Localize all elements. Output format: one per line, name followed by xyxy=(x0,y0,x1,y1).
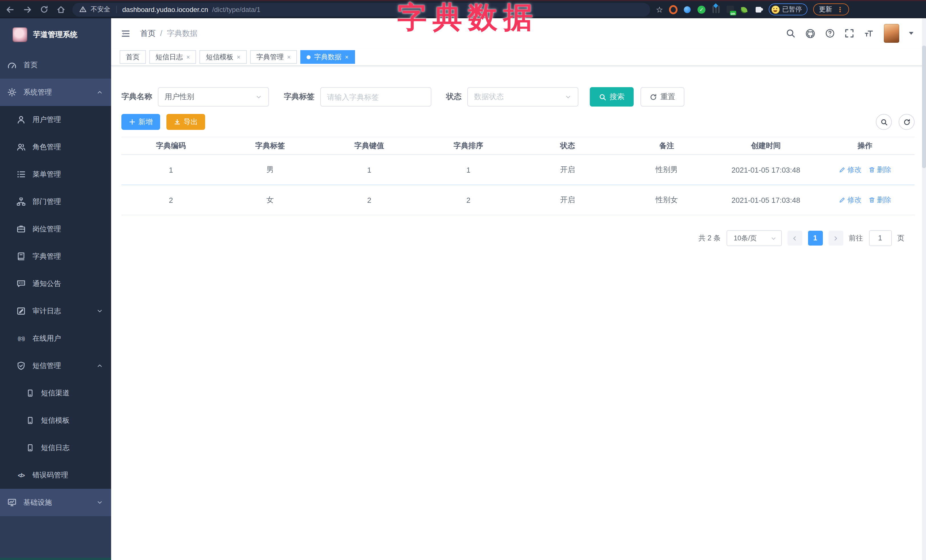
delete-link[interactable]: 删除 xyxy=(869,165,891,175)
github-icon[interactable] xyxy=(805,28,816,38)
sidebar: 芋道管理系统 首页 系统管理 用户管理 角色管理 xyxy=(0,18,111,560)
search-icon[interactable] xyxy=(786,29,796,38)
reset-button[interactable]: 重置 xyxy=(640,87,684,107)
screen: 不安全 dashboard.yudao.iocoder.cn/dict/type… xyxy=(0,0,926,560)
sidebar-item-label: 用户管理 xyxy=(32,115,61,124)
breadcrumb-home[interactable]: 首页 xyxy=(140,28,156,38)
prev-page-button[interactable] xyxy=(787,231,802,246)
security-label: 不安全 xyxy=(91,5,110,14)
browser-update-pill[interactable]: 更新 ⋮ xyxy=(813,3,849,15)
bookmark-star-icon[interactable]: ☆ xyxy=(656,5,663,14)
emoji-face-icon xyxy=(771,5,779,14)
sidebar-bottom-strip xyxy=(0,558,111,560)
sidebar-item-post-management[interactable]: 岗位管理 xyxy=(0,215,111,243)
audit-log-icon xyxy=(17,306,26,315)
cell-actions: 修改 删除 xyxy=(816,155,915,185)
caret-down-icon[interactable] xyxy=(909,32,914,35)
tab-home[interactable]: 首页 xyxy=(120,50,146,64)
status-label: 状态 xyxy=(446,92,461,102)
address-bar[interactable]: 不安全 dashboard.yudao.iocoder.cn/dict/type… xyxy=(73,3,650,16)
app-title: 芋道管理系统 xyxy=(33,30,77,40)
column-header: 创建时间 xyxy=(716,137,816,155)
tab-dict-data[interactable]: 字典数据 × xyxy=(301,50,355,64)
sidebar-item-system-management[interactable]: 系统管理 xyxy=(0,78,111,106)
extension-on-badge-icon[interactable]: on xyxy=(726,5,734,14)
home-icon[interactable] xyxy=(56,5,65,14)
sidebar-item-sms-channel[interactable]: 短信渠道 xyxy=(0,379,111,407)
extension-puzzle-icon[interactable] xyxy=(754,5,763,14)
close-icon[interactable]: × xyxy=(287,54,291,60)
add-button[interactable]: 新增 xyxy=(121,114,160,130)
close-icon[interactable]: × xyxy=(186,54,190,60)
fullscreen-icon[interactable] xyxy=(844,29,854,38)
sidebar-item-infrastructure[interactable]: 基础设施 xyxy=(0,489,111,516)
tab-dict-management[interactable]: 字典管理 × xyxy=(250,50,297,64)
sidebar-item-notice[interactable]: 通知公告 xyxy=(0,270,111,297)
edit-link[interactable]: 修改 xyxy=(839,165,862,175)
forward-icon[interactable] xyxy=(23,5,32,14)
sidebar-item-menu-management[interactable]: 菜单管理 xyxy=(0,161,111,188)
sidebar-item-error-code[interactable]: </> 错误码管理 xyxy=(0,462,111,489)
close-icon[interactable]: × xyxy=(237,54,241,60)
paused-extension-pill[interactable]: 已暂停 xyxy=(769,3,808,15)
table-row: 2 女 2 2 开启 性别女 2021-01-05 17:03:48 xyxy=(121,185,915,215)
next-page-button[interactable] xyxy=(828,231,843,246)
scrollbar-thumb[interactable] xyxy=(922,45,926,168)
cell-status: 开启 xyxy=(518,155,617,185)
sidebar-item-role-management[interactable]: 角色管理 xyxy=(0,133,111,161)
tab-bar: 首页 短信日志 × 短信模板 × 字典管理 × 字典数据 × xyxy=(111,48,926,66)
extension-blue-drop-icon[interactable] xyxy=(683,5,691,14)
browser-menu-kebab-icon[interactable]: ⋮ xyxy=(837,6,843,13)
extension-green-check-icon[interactable]: ✓ xyxy=(697,5,706,14)
refresh-icon xyxy=(903,118,910,125)
edit-link[interactable]: 修改 xyxy=(839,195,862,205)
tab-label: 字典数据 xyxy=(314,52,342,62)
goto-page-input[interactable] xyxy=(869,230,891,246)
cell-dict-value: 2 xyxy=(320,185,419,215)
tab-sms-log[interactable]: 短信日志 × xyxy=(149,50,196,64)
user-avatar[interactable] xyxy=(884,24,899,43)
header-actions xyxy=(786,24,914,43)
extension-bars-diamond-icon[interactable] xyxy=(711,5,720,14)
fold-sidebar-icon[interactable] xyxy=(121,29,130,38)
dictionary-book-icon xyxy=(17,252,26,261)
sidebar-item-dict-management[interactable]: 字典管理 xyxy=(0,243,111,270)
dict-name-select[interactable]: 用户性别 xyxy=(158,87,269,107)
sidebar-item-home[interactable]: 首页 xyxy=(0,51,111,78)
sidebar-item-online-users[interactable]: ((o)) 在线用户 xyxy=(0,325,111,352)
close-icon[interactable]: × xyxy=(345,54,349,60)
sidebar-item-sms-management[interactable]: 短信管理 xyxy=(0,352,111,379)
export-button[interactable]: 导出 xyxy=(166,114,205,130)
phone-icon xyxy=(26,389,34,397)
back-icon[interactable] xyxy=(6,5,15,14)
search-button[interactable]: 搜索 xyxy=(590,87,634,107)
sidebar-item-audit-log[interactable]: 审计日志 xyxy=(0,297,111,325)
chevron-left-icon xyxy=(791,235,798,241)
extension-orange-ring-icon[interactable] xyxy=(669,5,677,14)
window-scrollbar[interactable] xyxy=(922,18,926,560)
status-select[interactable]: 数据状态 xyxy=(467,87,578,107)
cell-remark: 性别女 xyxy=(617,185,716,215)
tab-sms-template[interactable]: 短信模板 × xyxy=(200,50,247,64)
refresh-table-button[interactable] xyxy=(899,114,915,130)
total-count: 共 2 条 xyxy=(698,233,720,243)
page-size-select[interactable]: 10条/页 xyxy=(726,230,782,246)
help-icon[interactable] xyxy=(825,29,835,38)
current-page[interactable]: 1 xyxy=(808,231,823,246)
cell-remark: 性别男 xyxy=(617,155,716,185)
extension-leaf-icon[interactable] xyxy=(740,5,749,14)
font-size-icon[interactable] xyxy=(864,29,874,38)
sidebar-item-department-management[interactable]: 部门管理 xyxy=(0,188,111,215)
user-icon xyxy=(17,115,26,124)
sidebar-item-sms-template[interactable]: 短信模板 xyxy=(0,407,111,434)
reload-icon[interactable] xyxy=(40,5,48,14)
tab-label: 短信模板 xyxy=(206,52,233,62)
toggle-search-button[interactable] xyxy=(876,114,892,130)
sidebar-item-sms-log[interactable]: 短信日志 xyxy=(0,434,111,462)
edit-icon xyxy=(839,196,846,203)
delete-link[interactable]: 删除 xyxy=(869,195,891,205)
sidebar-item-label: 系统管理 xyxy=(23,88,52,97)
dict-tag-input[interactable] xyxy=(320,87,431,107)
app-logo-row[interactable]: 芋道管理系统 xyxy=(0,18,111,51)
sidebar-item-user-management[interactable]: 用户管理 xyxy=(0,106,111,133)
